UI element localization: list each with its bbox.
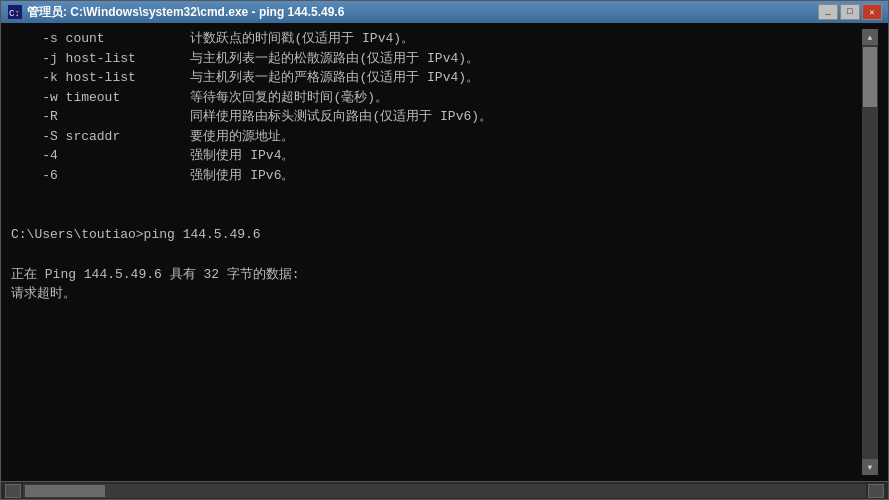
close-button[interactable]: ✕	[862, 4, 882, 20]
svg-text:C:: C:	[9, 9, 20, 19]
console-line: 正在 Ping 144.5.49.6 具有 32 字节的数据:	[11, 265, 862, 285]
status-bar	[1, 481, 888, 499]
cmd-icon: C:	[7, 4, 23, 20]
scroll-track[interactable]	[862, 109, 878, 459]
scroll-up-arrow[interactable]: ▲	[862, 29, 878, 45]
console-line: -R 同样使用路由标头测试反向路由(仅适用于 IPv6)。	[11, 107, 862, 127]
console-line	[11, 185, 862, 205]
console-line: -k host-list 与主机列表一起的严格源路由(仅适用于 IPv4)。	[11, 68, 862, 88]
console-area: -s count 计数跃点的时间戳(仅适用于 IPv4)。 -j host-li…	[1, 23, 888, 481]
console-line: -w timeout 等待每次回复的超时时间(毫秒)。	[11, 88, 862, 108]
vertical-scrollbar[interactable]: ▲ ▼	[862, 29, 878, 475]
maximize-button[interactable]: □	[840, 4, 860, 20]
window-frame: C: 管理员: C:\Windows\system32\cmd.exe - pi…	[0, 0, 889, 500]
title-bar: C: 管理员: C:\Windows\system32\cmd.exe - pi…	[1, 1, 888, 23]
minimize-button[interactable]: _	[818, 4, 838, 20]
horizontal-scrollbar[interactable]	[23, 484, 866, 498]
horizontal-scroll-thumb[interactable]	[25, 485, 105, 497]
console-line: -S srcaddr 要使用的源地址。	[11, 127, 862, 147]
console-line: -s count 计数跃点的时间戳(仅适用于 IPv4)。	[11, 29, 862, 49]
console-line: -j host-list 与主机列表一起的松散源路由(仅适用于 IPv4)。	[11, 49, 862, 69]
scroll-thumb[interactable]	[863, 47, 877, 107]
console-line: -6 强制使用 IPv6。	[11, 166, 862, 186]
console-line: -4 强制使用 IPv4。	[11, 146, 862, 166]
console-line	[11, 205, 862, 225]
scroll-right-arrow[interactable]	[868, 484, 884, 498]
scroll-down-arrow[interactable]: ▼	[862, 459, 878, 475]
console-content: -s count 计数跃点的时间戳(仅适用于 IPv4)。 -j host-li…	[11, 29, 862, 475]
console-line: 请求超时。	[11, 284, 862, 304]
console-line	[11, 245, 862, 265]
console-line: C:\Users\toutiao>ping 144.5.49.6	[11, 225, 862, 245]
scroll-left-arrow[interactable]	[5, 484, 21, 498]
window-title: 管理员: C:\Windows\system32\cmd.exe - ping …	[27, 4, 818, 21]
title-bar-buttons: _ □ ✕	[818, 4, 882, 20]
